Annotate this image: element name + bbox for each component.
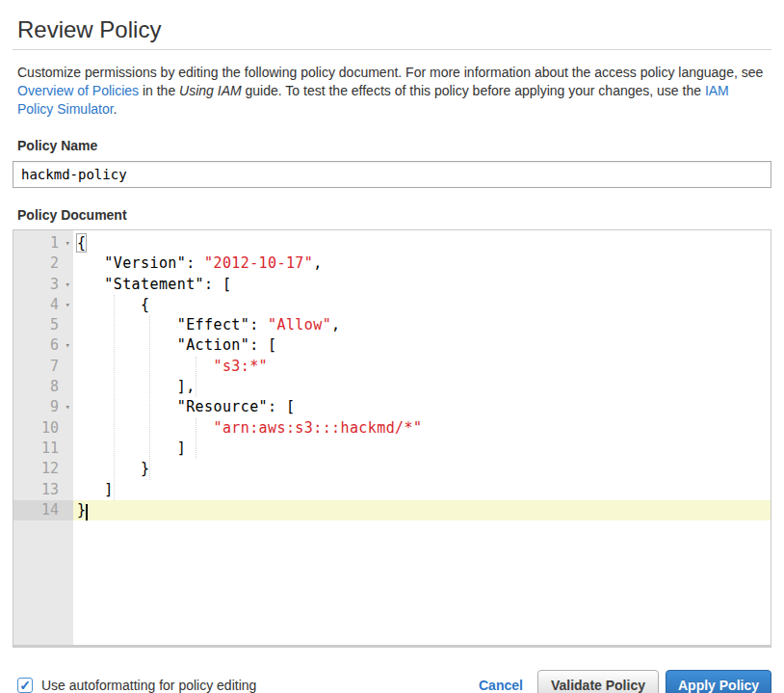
line-number: 4: [50, 296, 59, 313]
gutter-line-number: 10: [13, 418, 73, 439]
code-string-token: "arn:aws:s3:::hackmd/*": [213, 419, 422, 437]
gutter-line-number: 2: [13, 253, 73, 274]
code-line[interactable]: "Statement": [: [73, 275, 771, 295]
cancel-button[interactable]: Cancel: [479, 678, 523, 693]
line-number: 13: [41, 481, 59, 498]
page-title: Review Policy: [17, 15, 767, 43]
line-number: 1: [50, 234, 59, 252]
code-fold-arrow-icon[interactable]: ▾: [65, 295, 70, 315]
gutter-line-number: 4▾: [13, 295, 73, 315]
code-token: [77, 419, 213, 437]
line-number: 7: [50, 358, 59, 375]
code-string-token: "2012-10-17": [204, 254, 313, 272]
title-divider: [13, 49, 771, 50]
line-number: 9: [50, 398, 59, 415]
code-token: [77, 358, 213, 375]
gutter-line-number: 8: [13, 377, 73, 397]
editor-code-lines[interactable]: { "Version": "2012-10-17", "Statement": …: [73, 230, 771, 645]
policy-document-label: Policy Document: [17, 207, 767, 223]
code-token: }: [77, 501, 86, 519]
line-number: 5: [50, 316, 59, 333]
gutter-line-number: 13: [13, 480, 73, 500]
code-line[interactable]: {: [73, 295, 771, 315]
code-line[interactable]: {: [73, 233, 771, 253]
code-line[interactable]: }: [73, 500, 771, 520]
code-token: "Effect":: [77, 316, 268, 333]
code-token: ]: [77, 440, 186, 457]
intro-text: Customize permissions by editing the fol…: [17, 64, 767, 119]
code-token: {: [77, 296, 149, 313]
intro-part-2: in the: [139, 83, 179, 98]
using-iam-guide-name: Using IAM: [179, 83, 242, 98]
code-string-token: "s3:*": [213, 358, 268, 375]
apply-policy-button[interactable]: Apply Policy: [666, 670, 771, 693]
policy-name-input[interactable]: [13, 161, 771, 188]
overview-of-policies-link[interactable]: Overview of Policies: [17, 83, 139, 98]
code-line[interactable]: }: [73, 459, 771, 479]
code-line[interactable]: "Effect": "Allow",: [73, 315, 771, 335]
code-token: ,: [331, 316, 340, 333]
gutter-line-number: 7: [13, 357, 73, 377]
code-line[interactable]: ]: [73, 480, 771, 500]
code-fold-arrow-icon[interactable]: ▾: [65, 233, 70, 253]
code-fold-arrow-icon[interactable]: ▾: [65, 397, 70, 417]
line-number: 14: [41, 501, 59, 519]
code-line[interactable]: "Action": [: [73, 335, 771, 356]
gutter-line-number: 12: [13, 459, 73, 479]
code-line[interactable]: ]: [73, 439, 771, 459]
code-token: ,: [313, 254, 322, 272]
code-line[interactable]: "Resource": [: [73, 397, 771, 417]
line-number: 8: [50, 378, 59, 395]
code-fold-arrow-icon[interactable]: ▾: [65, 335, 70, 356]
code-token: "Statement": [: [77, 276, 231, 293]
action-buttons: Cancel Validate Policy Apply Policy: [479, 670, 771, 693]
code-token: {: [77, 234, 86, 252]
line-number: 11: [41, 440, 59, 457]
intro-part-4: .: [114, 101, 118, 117]
review-policy-page: Review Policy Customize permissions by e…: [0, 15, 784, 693]
policy-document-editor[interactable]: 1▾23▾4▾56▾789▾1011121314 { "Version": "2…: [13, 229, 771, 648]
intro-part-3: guide. To test the effects of this polic…: [242, 83, 705, 98]
line-number: 6: [50, 336, 59, 354]
code-token: "Version":: [77, 254, 204, 272]
gutter-line-number: 5: [13, 315, 73, 335]
editor-gutter: 1▾23▾4▾56▾789▾1011121314: [13, 230, 73, 645]
code-token: "Action": [: [77, 336, 276, 354]
gutter-line-number: 14: [13, 500, 73, 520]
code-line[interactable]: ],: [73, 377, 771, 397]
footer-bar: ✓ Use autoformatting for policy editing …: [13, 670, 771, 693]
code-token: ]: [77, 481, 114, 498]
line-number: 2: [50, 254, 59, 272]
gutter-line-number: 3▾: [13, 275, 73, 295]
code-line[interactable]: "Version": "2012-10-17",: [73, 253, 771, 274]
code-string-token: "Allow": [268, 316, 331, 333]
code-token: ],: [77, 378, 196, 395]
gutter-line-number: 6▾: [13, 335, 73, 356]
line-number: 12: [41, 460, 59, 477]
code-line[interactable]: "arn:aws:s3:::hackmd/*": [73, 418, 771, 439]
line-number: 10: [41, 419, 59, 437]
autoformat-checkbox[interactable]: ✓: [17, 678, 33, 693]
line-number: 3: [50, 276, 59, 293]
gutter-line-number: 11: [13, 439, 73, 459]
code-fold-arrow-icon[interactable]: ▾: [65, 275, 70, 295]
code-token: }: [77, 460, 149, 477]
gutter-line-number: 1▾: [13, 233, 73, 253]
gutter-line-number: 9▾: [13, 397, 73, 417]
code-token: "Resource": [: [77, 398, 295, 415]
autoformat-label: Use autoformatting for policy editing: [41, 678, 256, 693]
code-line[interactable]: "s3:*": [73, 357, 771, 377]
text-cursor: [86, 504, 88, 520]
policy-name-label: Policy Name: [17, 138, 767, 153]
intro-part-1: Customize permissions by editing the fol…: [17, 65, 763, 80]
autoformat-checkbox-row[interactable]: ✓ Use autoformatting for policy editing: [17, 678, 256, 693]
validate-policy-button[interactable]: Validate Policy: [537, 670, 659, 693]
